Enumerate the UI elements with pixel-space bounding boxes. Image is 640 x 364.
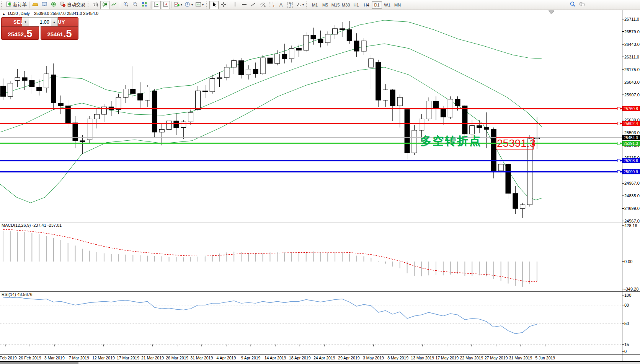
volume-decrease-button[interactable]: ▼ — [22, 18, 29, 26]
bar-chart-button[interactable] — [91, 1, 100, 9]
terminal-button[interactable] — [40, 1, 49, 9]
chart-shift-marker[interactable] — [549, 11, 554, 14]
chart-canvas[interactable] — [0, 10, 640, 364]
periods-button[interactable]: ▾ — [183, 1, 194, 9]
toolbar-grip[interactable] — [88, 2, 90, 8]
gold-bar-icon — [32, 2, 38, 8]
chart-window[interactable] — [0, 10, 640, 364]
macd-value-2: -237.01 — [47, 223, 62, 227]
macd-value-1: -237.41 — [32, 223, 46, 227]
crosshair-icon — [220, 2, 226, 8]
macd-histogram — [3, 231, 537, 287]
level-handle[interactable] — [617, 142, 620, 145]
timeframe-m30[interactable]: M30 — [341, 1, 351, 9]
dropdown-caret-icon: ▾ — [302, 3, 304, 6]
toolbar-grip[interactable] — [206, 2, 208, 8]
annotation-handle[interactable] — [532, 143, 534, 145]
timeframe-h1[interactable]: H1 — [351, 1, 361, 9]
tile-windows-icon — [141, 2, 147, 8]
symbol-header: ▲ DJ30-,Daily 25396.0 25567.0 25341.0 25… — [2, 11, 98, 16]
toolbar-grip[interactable] — [306, 2, 309, 8]
sell-price: 25452.5 — [2, 26, 39, 39]
mt4-window: 新订单 自动交易 — [0, 0, 640, 364]
buy-price-frac: .5 — [63, 29, 72, 39]
level-handle[interactable] — [617, 122, 620, 125]
candlestick-icon — [102, 2, 108, 8]
chart-shift-button[interactable] — [161, 1, 170, 9]
text-label-button[interactable]: T — [286, 1, 295, 9]
bollinger-middle-band — [0, 44, 542, 132]
timeframe-d1[interactable]: D1 — [372, 1, 382, 9]
auto-trading-label: 自动交易 — [67, 2, 85, 8]
horizontal-line-button[interactable] — [240, 1, 249, 9]
timeframe-w1[interactable]: W1 — [382, 1, 392, 9]
scrollbar-thumb[interactable] — [0, 362, 78, 364]
level-handle[interactable] — [617, 107, 620, 110]
tile-windows-button[interactable] — [140, 1, 149, 9]
rsi-value: 48.5676 — [17, 292, 33, 297]
chat-button[interactable] — [577, 0, 586, 9]
timeframe-h4[interactable]: H4 — [361, 1, 372, 9]
indicators-button[interactable]: ▾ — [173, 1, 183, 9]
symbol-period-label: DJ30-,Daily — [8, 11, 30, 16]
candlestick-chart-button[interactable] — [100, 1, 109, 9]
news-button[interactable] — [49, 1, 58, 9]
cursor-button[interactable] — [209, 1, 219, 9]
vertical-line-button[interactable] — [230, 1, 240, 9]
toolbar: 新订单 自动交易 — [0, 0, 640, 10]
new-order-label: 新订单 — [13, 2, 27, 8]
volume-increase-button[interactable]: ▲ — [51, 18, 57, 26]
volume-input[interactable]: 1.00 — [29, 18, 51, 26]
search-button[interactable] — [568, 0, 577, 9]
candles — [1, 21, 540, 218]
timeframe-m1[interactable]: M1 — [310, 1, 320, 9]
deposit-button[interactable] — [31, 1, 40, 9]
arrows-button[interactable]: ▾ — [295, 1, 305, 9]
svg-text:F: F — [273, 5, 275, 7]
text-label-icon: T — [287, 2, 293, 8]
rsi-name: RSI(14) — [2, 292, 16, 297]
level-handle[interactable] — [617, 159, 620, 162]
timeframe-group: M1M5M15M30H1H4D1W1MN — [310, 1, 403, 9]
new-order-button[interactable]: 新订单 — [5, 1, 28, 9]
dropdown-caret-icon: ▾ — [191, 3, 193, 6]
timeframe-m15[interactable]: M15 — [330, 1, 341, 9]
price-annotation-box[interactable]: 25391.3 — [496, 137, 534, 150]
zoom-in-button[interactable] — [121, 1, 131, 9]
equidistant-channel-button[interactable]: E — [258, 1, 267, 9]
new-order-icon — [6, 2, 11, 8]
vertical-line-icon — [232, 2, 238, 8]
horizontal-scrollbar[interactable] — [0, 361, 640, 364]
cursor-icon — [211, 2, 217, 8]
bar-chart-icon — [93, 2, 99, 8]
trendline-icon — [250, 2, 256, 8]
dropdown-caret-icon: ▾ — [181, 3, 182, 6]
timeframe-mn[interactable]: MN — [392, 1, 403, 9]
one-click-trading-panel: SELL 25452.5 BUY 25461.5 ▼ 1.00 ▲ — [1, 17, 78, 40]
sell-price-int: 25452 — [8, 31, 24, 37]
zoom-out-button[interactable] — [131, 1, 140, 9]
templates-button[interactable]: ▾ — [194, 1, 205, 9]
panel-toggle-icon[interactable]: ▲ — [2, 12, 5, 16]
auto-scroll-button[interactable] — [152, 1, 161, 9]
crosshair-button[interactable] — [219, 1, 228, 9]
turning-point-annotation[interactable]: 多空转折点 — [420, 133, 482, 149]
level-handle[interactable] — [617, 170, 620, 173]
chat-icon — [578, 1, 585, 8]
text-button[interactable]: A — [276, 1, 286, 9]
timeframe-m5[interactable]: M5 — [320, 1, 330, 9]
horizontal-line-icon — [241, 2, 247, 8]
buy-price: 25461.5 — [41, 26, 78, 39]
line-chart-button[interactable] — [109, 1, 119, 9]
line-chart-icon — [111, 2, 117, 8]
dropdown-caret-icon: ▾ — [202, 3, 204, 6]
template-icon — [195, 2, 201, 8]
auto-trading-button[interactable]: 自动交易 — [58, 1, 87, 9]
sell-price-frac: .5 — [24, 29, 33, 39]
trendline-button[interactable] — [249, 1, 258, 9]
arrows-icon — [296, 2, 302, 8]
toolbar-grip[interactable] — [1, 2, 3, 8]
fibonacci-button[interactable]: F — [267, 1, 276, 9]
zoom-in-icon — [123, 2, 129, 8]
channel-icon: E — [260, 2, 266, 8]
